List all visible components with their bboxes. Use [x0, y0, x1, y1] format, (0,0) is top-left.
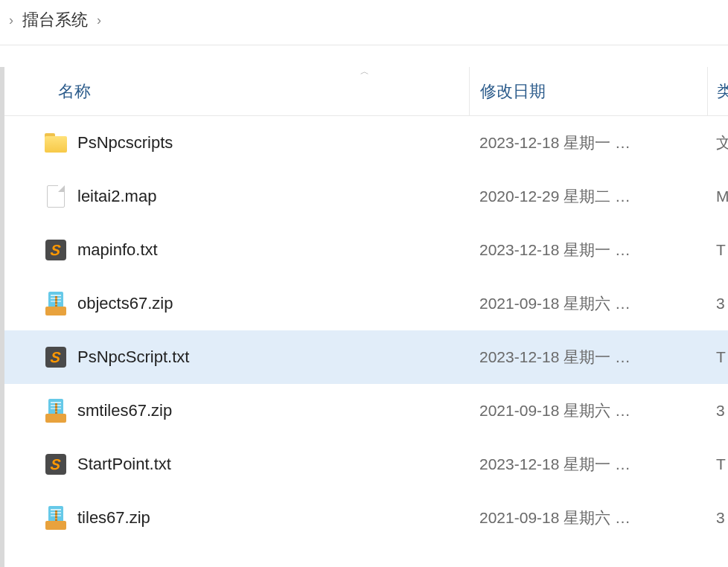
file-row[interactable]: PsNpcScript.txt2023-12-18 星期一 …T	[4, 330, 728, 384]
cell-type: 3	[707, 509, 725, 527]
file-row[interactable]: smtiles67.zip2021-09-18 星期六 …3	[4, 384, 728, 438]
cell-type: M	[707, 188, 728, 205]
zip-archive-icon	[45, 399, 66, 423]
column-header-date[interactable]: 修改日期	[469, 67, 707, 115]
file-row[interactable]: tiles67.zip2021-09-18 星期六 …3	[4, 491, 728, 545]
file-name-label: leitai2.map	[77, 187, 156, 206]
cell-name[interactable]: PsNpcScript.txt	[4, 347, 469, 368]
cell-name[interactable]: StartPoint.txt	[4, 454, 469, 475]
file-icon	[47, 185, 65, 208]
cell-date: 2021-09-18 星期六 …	[469, 400, 707, 421]
chevron-right-icon[interactable]: ›	[97, 13, 101, 28]
file-name-label: smtiles67.zip	[77, 401, 172, 420]
sublime-text-icon	[45, 240, 66, 260]
cell-date: 2021-09-18 星期六 …	[469, 293, 707, 314]
file-list: PsNpcscripts2023-12-18 星期一 …文leitai2.map…	[4, 116, 728, 567]
cell-name[interactable]: mapinfo.txt	[4, 240, 469, 260]
cell-date: 2021-09-18 星期六 …	[469, 507, 707, 528]
file-row[interactable]: objects67.zip2021-09-18 星期六 …3	[4, 277, 728, 330]
cell-type: T	[707, 241, 726, 259]
file-name-label: PsNpcscripts	[77, 133, 173, 153]
cell-type: T	[707, 348, 726, 366]
column-header-name[interactable]: 名称	[4, 80, 469, 103]
cell-name[interactable]: objects67.zip	[4, 292, 469, 315]
breadcrumb[interactable]: › 擂台系统 ›	[0, 0, 728, 45]
cell-date: 2023-12-18 星期一 …	[469, 132, 707, 153]
cell-date: 2023-12-18 星期一 …	[469, 240, 707, 260]
file-name-label: tiles67.zip	[77, 508, 150, 528]
zip-archive-icon	[45, 506, 66, 530]
file-row[interactable]: PsNpcscripts2023-12-18 星期一 …文	[4, 116, 728, 170]
cell-name[interactable]: smtiles67.zip	[4, 399, 469, 423]
cell-date: 2023-12-18 星期一 …	[469, 454, 707, 475]
breadcrumb-segment[interactable]: 擂台系统	[22, 9, 88, 31]
sublime-text-icon	[45, 347, 66, 368]
cell-date: 2023-12-18 星期一 …	[469, 347, 707, 368]
file-row[interactable]: StartPoint.txt2023-12-18 星期一 …T	[4, 438, 728, 491]
file-name-label: StartPoint.txt	[77, 455, 171, 474]
file-row[interactable]: leitai2.map2020-12-29 星期二 …M	[4, 170, 728, 223]
cell-type: 3	[707, 295, 725, 313]
cell-type: 3	[707, 402, 725, 420]
file-name-label: objects67.zip	[77, 294, 173, 313]
cell-type: 文	[707, 132, 728, 153]
cell-type: T	[707, 455, 726, 473]
cell-name[interactable]: leitai2.map	[4, 185, 469, 208]
cell-name[interactable]: tiles67.zip	[4, 506, 469, 530]
file-name-label: PsNpcScript.txt	[77, 347, 189, 367]
cell-date: 2020-12-29 星期二 …	[469, 186, 707, 207]
cell-name[interactable]: PsNpcscripts	[4, 132, 469, 154]
file-row[interactable]: mapinfo.txt2023-12-18 星期一 …T	[4, 223, 728, 277]
column-header-row: 名称 修改日期 类	[4, 67, 728, 116]
folder-icon	[45, 132, 67, 154]
zip-archive-icon	[45, 292, 66, 315]
sublime-text-icon	[45, 454, 66, 475]
chevron-right-icon[interactable]: ›	[9, 13, 13, 28]
column-header-type[interactable]: 类	[707, 67, 728, 115]
file-name-label: mapinfo.txt	[77, 240, 158, 260]
